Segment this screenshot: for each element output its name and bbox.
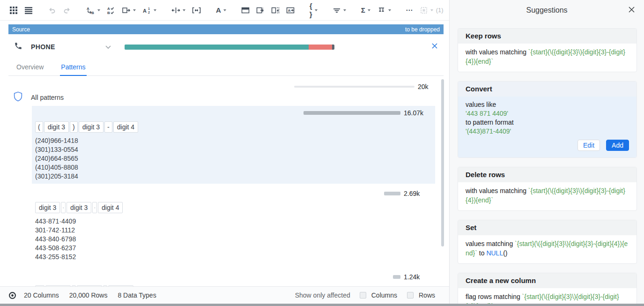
add-button[interactable]: Add: [606, 140, 629, 151]
pattern-values: (240)966-1418 (301)133-0554 (240)664-856…: [32, 136, 435, 181]
suggestion-card-convert[interactable]: Convert values like '443 871 4409' to pa…: [458, 81, 637, 158]
pattern-token[interactable]: digit 3: [77, 285, 102, 286]
standardize-icon[interactable]: AB: [105, 5, 117, 16]
pattern-token[interactable]: digit 4: [108, 285, 133, 286]
move-column-icon[interactable]: [120, 5, 138, 16]
pattern-token[interactable]: digit 4: [45, 285, 70, 286]
columns-checkbox[interactable]: [360, 292, 366, 299]
edit-button[interactable]: Edit: [577, 140, 600, 151]
pattern-value[interactable]: 443·840·6798: [35, 235, 435, 244]
suggestion-card-new-column[interactable]: Create a new column flag rows matching `…: [458, 273, 637, 304]
suggestions-header: Suggestions: [450, 0, 644, 21]
chevron-down-icon[interactable]: [105, 43, 111, 51]
multi-select-icon[interactable]: (1): [418, 5, 445, 16]
tab-overview[interactable]: Overview: [15, 61, 44, 75]
quality-invalid-segment[interactable]: [309, 45, 332, 50]
pattern-token[interactable]: digit 3: [44, 121, 69, 133]
suggestions-panel: Suggestions Keep rows with values matchi…: [450, 0, 644, 304]
split-column-icon[interactable]: [170, 5, 187, 16]
null-function: NULL: [486, 249, 503, 257]
table-insert-icon[interactable]: [254, 5, 266, 16]
close-column-icon[interactable]: [430, 42, 439, 52]
pattern-token[interactable]: ): [70, 121, 78, 133]
redo-icon[interactable]: [61, 5, 73, 16]
pattern-token[interactable]: (: [35, 121, 43, 133]
pattern-value[interactable]: 443·871·4409: [35, 217, 435, 226]
pattern-group[interactable]: 16.07k ( digit 3 ) digit 3 - digit 4 (24…: [32, 106, 435, 184]
pattern-token-space[interactable]: ·: [72, 285, 76, 286]
pattern-token-space[interactable]: ·: [103, 285, 108, 286]
pattern-token[interactable]: digit 3: [67, 202, 91, 213]
pattern-token[interactable]: digit 4: [113, 121, 138, 133]
pattern-chips: digit 3 · digit 3 · digit 4: [32, 202, 435, 213]
replace-values-icon[interactable]: AB: [84, 5, 102, 16]
group-count-row: 2.69k: [32, 189, 435, 198]
pattern-token[interactable]: digit 3: [79, 121, 104, 133]
format-text-icon[interactable]: A: [214, 5, 228, 16]
filter-icon[interactable]: [331, 5, 348, 16]
card-body: with values matching `{start}(\({digit}{…: [458, 44, 637, 72]
source-label: Source: [12, 26, 30, 33]
pattern-group[interactable]: 2.69k digit 3 · digit 3 · digit 4 443·87…: [32, 187, 435, 264]
table-convert-icon[interactable]: A: [284, 5, 296, 16]
suggestion-card-delete-rows[interactable]: Delete rows with values matching `{start…: [458, 167, 637, 211]
svg-text:A: A: [143, 8, 147, 14]
rows-checkbox[interactable]: [407, 292, 414, 299]
pattern-value[interactable]: 443·255·8152: [35, 253, 435, 261]
quality-empty-segment[interactable]: [332, 45, 334, 50]
card-body: values matching `{start}(\({digit}{3}\){…: [458, 235, 637, 263]
more-options-icon[interactable]: ···: [404, 5, 415, 16]
pattern-token[interactable]: +: [35, 285, 44, 286]
fit-width-icon[interactable]: [190, 5, 203, 16]
pattern-value[interactable]: (301)133-0554: [35, 145, 435, 154]
pattern-value[interactable]: (410)405-8808: [35, 163, 435, 172]
pattern-token[interactable]: -: [104, 121, 112, 133]
pattern-token-space[interactable]: ·: [92, 202, 97, 213]
eye-icon[interactable]: [8, 291, 16, 299]
quality-bar[interactable]: [125, 45, 334, 50]
group-count-label: 2.69k: [404, 190, 423, 197]
card-body: values like '443 871 4409' to pattern fo…: [458, 97, 637, 157]
quality-valid-segment[interactable]: [125, 45, 309, 50]
svg-text:2: 2: [148, 11, 150, 14]
total-bar: [294, 86, 415, 88]
table-reorder-icon[interactable]: [269, 5, 281, 16]
braces-function-icon[interactable]: { }: [308, 0, 319, 20]
pattern-token[interactable]: digit 3: [35, 202, 60, 213]
source-bar[interactable]: Source to be dropped: [8, 24, 444, 34]
group-bar: [384, 192, 400, 195]
aggregate-icon[interactable]: Σ: [359, 5, 372, 16]
pattern-chips: + digit 4 · digit 3 · digit 4: [32, 285, 435, 286]
all-patterns-label: All patterns: [31, 94, 64, 101]
pattern-values: 443·871·4409 301·742·1112 443·840·6798 4…: [32, 217, 435, 261]
close-suggestions-icon[interactable]: [628, 6, 635, 15]
selection-count: (1): [436, 7, 444, 14]
scrollbar[interactable]: [441, 79, 444, 246]
card-title: Delete rows: [458, 167, 637, 182]
svg-text:B: B: [91, 11, 94, 15]
pattern-group[interactable]: 1.24k + digit 4 · digit 3 · digit 4: [32, 270, 435, 286]
pattern-token-space[interactable]: ·: [61, 202, 66, 213]
pattern-value[interactable]: 301·742·1112: [35, 226, 435, 235]
pattern-chips: ( digit 3 ) digit 3 - digit 4: [32, 121, 435, 133]
grid-view-icon[interactable]: [7, 5, 20, 16]
list-view-icon[interactable]: [22, 5, 35, 16]
toolbar: AB AB A12 A A { } Σ ··· (1): [0, 0, 449, 21]
branch-join-icon[interactable]: [375, 5, 393, 16]
tab-patterns[interactable]: Patterns: [60, 61, 86, 76]
pattern-token[interactable]: digit 4: [98, 202, 123, 213]
suggestion-card-set[interactable]: Set values matching `{start}(\({digit}{3…: [458, 220, 637, 264]
group-count-row: 16.07k: [32, 109, 435, 117]
pattern-value[interactable]: (240)664-8565: [35, 154, 435, 163]
pattern-value[interactable]: 443·508·6237: [35, 244, 435, 253]
table-header-icon[interactable]: [239, 5, 252, 16]
show-only-affected-label: Show only affected: [295, 291, 350, 299]
pattern-value[interactable]: (301)205-3184: [35, 172, 435, 181]
undo-icon[interactable]: [46, 5, 58, 16]
suggestion-card-keep-rows[interactable]: Keep rows with values matching `{start}(…: [458, 28, 637, 72]
card-buttons: Edit Add: [466, 140, 629, 151]
sort-icon[interactable]: A12: [141, 5, 158, 16]
card-text: values matching: [466, 240, 515, 247]
card-text: with values matching: [466, 187, 528, 194]
pattern-value[interactable]: (240)966-1418: [35, 136, 435, 145]
